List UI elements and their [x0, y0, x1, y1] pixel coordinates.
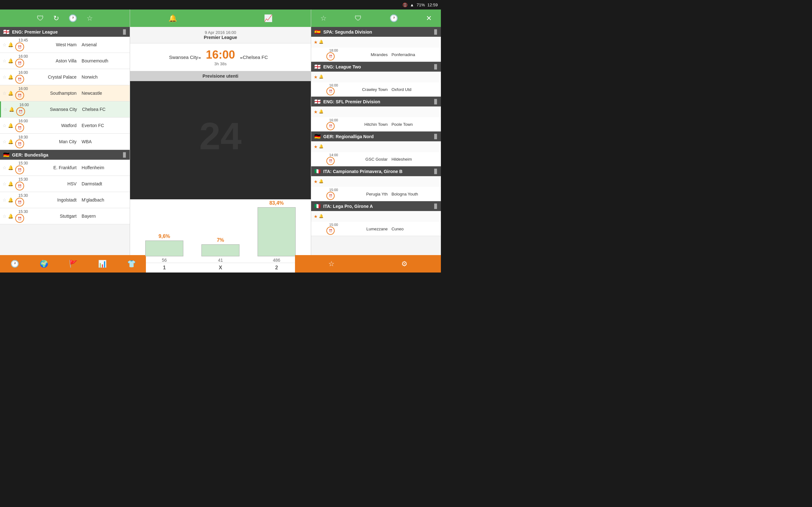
- clock-icon: ⏰: [16, 107, 25, 116]
- alert-bell[interactable]: 🔔: [319, 40, 323, 45]
- shield-icon[interactable]: 🛡: [37, 14, 44, 22]
- fav-star[interactable]: ★: [314, 40, 318, 45]
- fav-star[interactable]: ☆: [3, 91, 7, 96]
- away-team: Newcastle: [79, 91, 127, 96]
- alert-bell[interactable]: 🔔: [319, 144, 323, 149]
- fav-star[interactable]: ☆: [3, 214, 7, 219]
- score-area: Swansea City - 16:00 3h 38s - Chelsea FC: [130, 43, 311, 71]
- match-row[interactable]: 18:00 ⏰ Mirandes Ponferradina: [311, 48, 441, 62]
- match-row[interactable]: ☆ 🔔 15:30 ⏰ Ingolstadt M'gladbach: [0, 192, 130, 208]
- alert-bell[interactable]: 🔔: [319, 74, 323, 79]
- fav-star[interactable]: ☆: [3, 58, 7, 63]
- clock-icon: ⏰: [15, 198, 24, 207]
- alert-bell[interactable]: 🔔: [8, 139, 13, 144]
- chart-icon: ▊: [434, 64, 438, 69]
- alert-bell[interactable]: 🔔: [8, 214, 13, 219]
- fav-star[interactable]: ★: [314, 109, 318, 114]
- match-row[interactable]: 16:00 ⏰ Crawley Town Oxford Utd: [311, 82, 441, 97]
- alert-bell[interactable]: 🔔: [8, 42, 13, 47]
- fav-star[interactable]: ☆: [3, 181, 7, 186]
- fav-star[interactable]: ★: [314, 214, 318, 219]
- match-row[interactable]: 15:00 ⏰ Perugia Yth Bologna Youth: [311, 187, 441, 201]
- clock-icon[interactable]: 🕐: [390, 14, 398, 22]
- away-team: Chelsea FC: [80, 107, 127, 112]
- fav-star[interactable]: ☆: [3, 123, 7, 128]
- notification-icon[interactable]: 🔔: [168, 14, 177, 22]
- star-icon[interactable]: ☆: [320, 14, 327, 22]
- alert-bell[interactable]: 🔔: [319, 109, 323, 114]
- row-icons: ☆ 🔔: [3, 107, 16, 112]
- time-col: 16:00 ⏰: [15, 119, 31, 132]
- away-team: WBA: [79, 139, 127, 144]
- bar-x-visual: [201, 244, 240, 257]
- match-time: 15:30: [15, 177, 31, 181]
- alert-bell[interactable]: 🔔: [8, 165, 13, 170]
- competition: Premier League: [133, 35, 308, 40]
- fav-star[interactable]: ☆: [3, 74, 7, 79]
- away-team: Hildesheim: [390, 157, 438, 162]
- fav-star[interactable]: ★: [314, 179, 318, 184]
- clock-icon: ⏰: [326, 227, 335, 235]
- nav-flag-icon[interactable]: 🚩: [69, 260, 78, 268]
- fav-star[interactable]: ☆: [3, 139, 7, 144]
- refresh-icon[interactable]: ↻: [53, 14, 59, 22]
- close-icon[interactable]: ✕: [426, 14, 432, 22]
- match-row[interactable]: ☆ 🔔 16:00 ⏰ Watford Everton FC: [0, 118, 130, 134]
- nav-clock-icon[interactable]: 🕐: [10, 260, 19, 268]
- alert-bell[interactable]: 🔔: [9, 107, 14, 112]
- star-icon[interactable]: ☆: [87, 14, 93, 22]
- score-middle: - 16:00 3h 38s -: [198, 48, 243, 66]
- league-name-regionalliga: GER: Regionalliga Nord: [323, 134, 374, 139]
- clock-icon: ⏰: [15, 165, 24, 174]
- alert-bell[interactable]: 🔔: [8, 123, 13, 128]
- match-row[interactable]: 15:00 ⏰ Lumezzane Cuneo: [311, 222, 441, 236]
- bottom-nav-left: 🕐 🌍 🚩 📊 👕: [0, 255, 146, 273]
- row-icons: ★ 🔔: [314, 144, 326, 149]
- clock-icon[interactable]: 🕐: [68, 14, 77, 22]
- row-icons: ☆ 🔔: [3, 42, 15, 47]
- bar-2-pct: 83,4%: [269, 200, 284, 206]
- row-icons: ★ 🔔: [314, 40, 326, 45]
- alert-bell[interactable]: 🔔: [8, 181, 13, 186]
- alert-bell[interactable]: 🔔: [8, 91, 13, 96]
- fav-star[interactable]: ☆: [3, 107, 8, 112]
- fav-star[interactable]: ★: [314, 144, 318, 149]
- away-team: Hoffenheim: [79, 165, 127, 170]
- league-name-sfl: ENG: SFL Premier Division: [323, 99, 380, 104]
- match-row[interactable]: ☆ 🔔 16:00 ⏰ Crystal Palace Norwich: [0, 69, 130, 85]
- nav-chart-icon[interactable]: 📊: [98, 260, 107, 268]
- fav-star[interactable]: ☆: [3, 198, 7, 203]
- shield-icon[interactable]: 🛡: [355, 14, 362, 22]
- nav-star-icon[interactable]: ☆: [328, 260, 335, 268]
- match-row[interactable]: ☆ 🔔 16:00 ⏰ Aston Villa Bournemouth: [0, 53, 130, 69]
- alert-bell[interactable]: 🔔: [8, 58, 13, 63]
- match-row[interactable]: ☆ 🔔 15:30 ⏰ HSV Darmstadt: [0, 176, 130, 192]
- alert-bell[interactable]: 🔔: [8, 198, 13, 203]
- fav-star[interactable]: ☆: [3, 42, 7, 47]
- match-row[interactable]: ☆ 🔔 15:30 ⏰ Stuttgart Bayern: [0, 208, 130, 224]
- nav-globe-icon[interactable]: 🌍: [40, 260, 48, 268]
- match-row[interactable]: 16:00 ⏰ Hitchin Town Poole Town: [311, 117, 441, 131]
- alert-bell[interactable]: 🔔: [319, 214, 323, 219]
- away-team: Norwich: [79, 74, 127, 79]
- match-row[interactable]: ☆ 🔔 13:45 ⏰ West Ham Arsenal: [0, 37, 130, 53]
- match-row[interactable]: ☆ 🔔 15:30 ⏰ E. Frankfurt Hoffenheim: [0, 160, 130, 176]
- match-row-swansea[interactable]: ☆ 🔔 16:00 ⏰ Swansea City Chelsea FC: [0, 101, 130, 118]
- dash-right: -: [240, 52, 243, 62]
- match-time: 16:00: [326, 83, 341, 87]
- time-col: 15:00 ⏰: [326, 223, 341, 235]
- nav-gear-icon[interactable]: ⚙: [401, 260, 408, 268]
- ger-flag: 🇩🇪: [3, 152, 9, 158]
- match-date: 9 Apr 2016 16:00: [133, 30, 308, 35]
- match-row[interactable]: ☆ 🔔 18:30 ⏰ Man City WBA: [0, 134, 130, 150]
- fav-star[interactable]: ☆: [3, 165, 7, 170]
- away-team: Darmstadt: [79, 181, 127, 186]
- match-row-southampton[interactable]: ☆ 🔔 16:00 ⏰ Southampton Newcastle: [0, 85, 130, 101]
- stats-icon[interactable]: 📈: [264, 14, 272, 22]
- eng-flag: 🏴󠁧󠁢󠁥󠁮󠁧󠁿: [3, 29, 9, 35]
- match-row[interactable]: 14:00 ⏰ GSC Goslar Hildesheim: [311, 152, 441, 166]
- alert-bell[interactable]: 🔔: [319, 179, 323, 184]
- fav-star[interactable]: ★: [314, 74, 318, 79]
- countdown: 3h 38s: [206, 61, 235, 66]
- alert-bell[interactable]: 🔔: [8, 74, 13, 79]
